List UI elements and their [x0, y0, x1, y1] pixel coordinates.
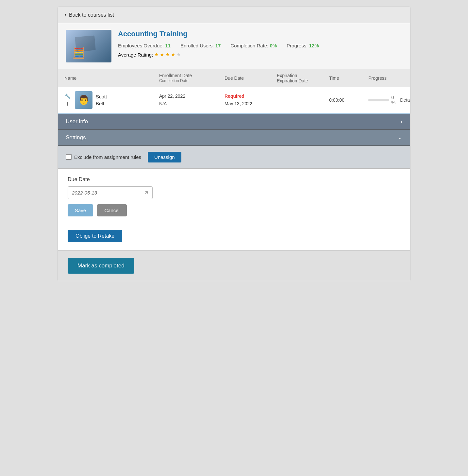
star-1-icon: ★	[154, 52, 159, 58]
user-info-arrow-icon: ›	[401, 119, 402, 125]
course-info: Accounting Training Employees Overdue: 1…	[118, 30, 402, 58]
cancel-button[interactable]: Cancel	[97, 204, 127, 216]
completion-rate-stat: Completion Rate: 0%	[230, 43, 277, 48]
back-chevron-icon: ‹	[64, 11, 66, 18]
th-due-date: Due Date	[225, 76, 277, 81]
th-name: Name	[64, 76, 159, 81]
table-header: Name Enrollment Date Completion Date Due…	[58, 69, 410, 87]
course-stats: Employees Overdue: 11 Enrolled Users: 17…	[118, 43, 402, 48]
settings-content: Exclude from assignment rules Unassign	[58, 146, 410, 169]
th-dates[interactable]: Enrollment Date Completion Date	[159, 73, 225, 84]
progress-pct: 0 %	[392, 95, 398, 105]
course-header: Accounting Training Employees Overdue: 1…	[58, 23, 410, 69]
back-bar[interactable]: ‹ Back to courses list	[58, 7, 410, 23]
avatar: 👨	[75, 91, 92, 109]
unassign-button[interactable]: Unassign	[148, 152, 181, 162]
row-name-cell: 🔧 ℹ 👨 Scott Bell	[64, 91, 159, 109]
save-button[interactable]: Save	[68, 204, 93, 216]
exclude-assignment-checkbox[interactable]	[66, 154, 72, 160]
time-cell: 0:00:00	[329, 97, 368, 103]
due-date-buttons: Save Cancel	[68, 204, 400, 216]
wrench-icon[interactable]: 🔧	[64, 93, 70, 99]
details-link[interactable]: Details ▼	[400, 97, 410, 103]
th-time: Time	[329, 76, 368, 81]
course-thumbnail	[66, 30, 111, 62]
clear-date-icon[interactable]: ⦻	[142, 188, 151, 197]
avg-rating-row: Average Rating: ★ ★ ★ ★ ★	[118, 52, 402, 58]
mark-completed-button[interactable]: Mark as completed	[68, 258, 134, 274]
user-info-header[interactable]: User info ›	[58, 114, 410, 129]
oblige-retake-button[interactable]: Oblige to Retake	[68, 230, 122, 242]
user-name: Scott Bell	[96, 93, 107, 107]
settings-arrow-icon: ⌄	[398, 134, 402, 141]
course-title: Accounting Training	[118, 30, 402, 38]
enrolled-users-stat: Enrolled Users: 17	[180, 43, 221, 48]
star-4-icon: ★	[171, 52, 175, 58]
expiration-cell: Required May 13, 2022	[225, 93, 277, 107]
row-icons: 🔧 ℹ	[64, 93, 70, 107]
avg-rating-label: Average Rating:	[118, 52, 153, 58]
settings-title: Settings	[66, 134, 86, 141]
user-info-title: User info	[66, 118, 88, 125]
settings-accordion: Settings ⌄	[58, 130, 410, 146]
due-date-section: Due Date ⦻ Save Cancel	[58, 169, 410, 223]
due-date-input[interactable]	[68, 187, 142, 199]
date-input-row: ⦻	[68, 186, 153, 199]
progress-stat: Progress: 12%	[287, 43, 319, 48]
due-date-label: Due Date	[68, 177, 400, 182]
table-area: Name Enrollment Date Completion Date Due…	[58, 69, 410, 114]
star-2-icon: ★	[160, 52, 164, 58]
back-label: Back to courses list	[69, 12, 114, 18]
progress-cell: 0 % Details ▼	[368, 95, 410, 105]
enrollment-date-cell: Apr 22, 2022 N/A	[159, 93, 225, 107]
bottom-bar: Mark as completed	[58, 250, 410, 281]
star-5-icon: ★	[176, 52, 181, 58]
info-icon[interactable]: ℹ	[64, 101, 70, 107]
settings-header[interactable]: Settings ⌄	[58, 130, 410, 145]
star-3-icon: ★	[165, 52, 170, 58]
th-progress: Progress	[368, 76, 410, 81]
progress-bar	[368, 99, 389, 101]
exclude-assignment-label[interactable]: Exclude from assignment rules	[66, 154, 141, 160]
user-info-accordion: User info ›	[58, 114, 410, 130]
oblige-section: Oblige to Retake	[58, 223, 410, 250]
employees-overdue-stat: Employees Overdue: 11	[118, 43, 171, 48]
table-row: 🔧 ℹ 👨 Scott Bell Apr 22, 2022 N/A Requir…	[58, 87, 410, 113]
th-expiration-date: Expiration Expiration Date	[277, 73, 329, 83]
